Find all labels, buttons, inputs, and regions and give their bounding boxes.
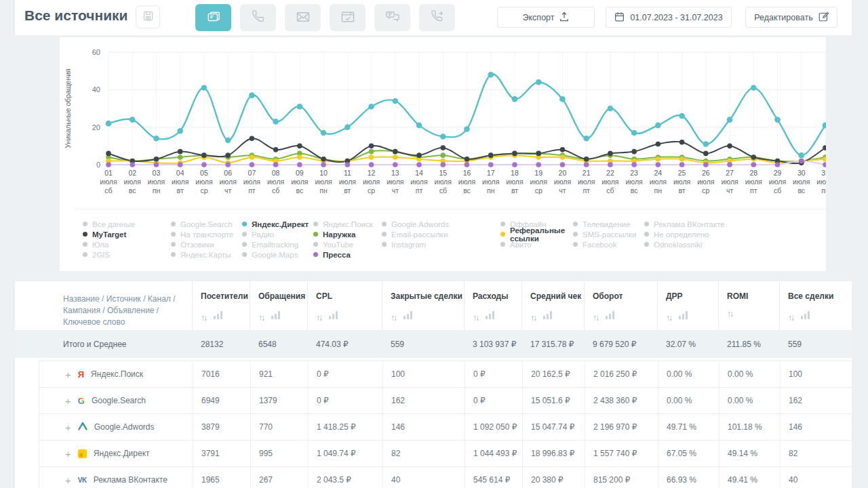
legend-item[interactable]: На транспорте (171, 229, 242, 239)
sort-icon[interactable]: ↑↓ (391, 314, 396, 322)
date-range-button[interactable]: 01.07.2023 - 31.07.2023 (606, 7, 732, 28)
legend-item[interactable]: Яндекс.Директ (242, 219, 313, 229)
legend-item[interactable]: 2GIS (83, 249, 171, 260)
legend-label: Instagram (391, 241, 426, 249)
legend-item[interactable]: Пресса (313, 249, 382, 260)
column-header-label: ДРР (666, 291, 718, 301)
row-cell: 2 196 970 ₽ (585, 414, 658, 440)
save-report-button[interactable] (136, 5, 160, 28)
tab-site-forms[interactable] (330, 4, 366, 31)
legend-item[interactable]: Реклама ВКонтакте (644, 219, 826, 229)
table-rows: +ЯЯндекс.Поиск70169210 ₽1000 ₽20 162.5 ₽… (39, 361, 852, 488)
legend-item[interactable]: Все данные (83, 219, 171, 229)
legend-item[interactable]: Реферальные ссылки (500, 229, 573, 239)
svg-text:31июляпн: 31июляпн (816, 169, 826, 195)
tab-emails[interactable] (285, 4, 321, 31)
tab-all-sources[interactable] (195, 4, 231, 31)
edit-pencil-icon (818, 12, 829, 24)
svg-text:14июляпт: 14июляпт (410, 169, 427, 195)
legend-item[interactable]: SMS-рассылки (573, 229, 644, 239)
row-cell: 2 438 360 ₽ (585, 388, 658, 413)
column-chart-icon[interactable] (486, 310, 495, 322)
edit-button[interactable]: Редактировать (745, 7, 837, 28)
column-chart-icon[interactable] (543, 310, 553, 322)
legend-label: Юла (92, 241, 108, 249)
legend-item[interactable]: Odnoklassniki (644, 239, 826, 249)
legend-item[interactable]: Наружка (313, 229, 382, 239)
row-source-name: Google.Adwords (94, 422, 155, 432)
row-cell: 82 (781, 441, 852, 466)
google-search-icon: G (78, 396, 85, 406)
legend-item[interactable]: MyTarget (83, 229, 171, 239)
legend-label: Авито (510, 241, 532, 249)
sort-icon[interactable]: ↑↓ (201, 314, 206, 322)
legend-item[interactable]: Телевидение (573, 219, 644, 229)
legend-item[interactable]: Emailtracking (242, 239, 313, 249)
legend-item[interactable]: Отзовики (171, 239, 242, 249)
tab-chats[interactable] (374, 4, 410, 31)
legend-item[interactable]: Google.Adwords (382, 219, 500, 229)
legend-dot-icon (171, 252, 176, 257)
legend-label: Google.Adwords (391, 220, 449, 228)
legend-label: Email-рассылки (391, 230, 448, 239)
sort-icon[interactable]: ↑↓ (727, 310, 732, 318)
total-cell: 3 103 937 ₽ (465, 340, 522, 349)
chart-legend: Все данныеMyTargetЮла2GISGoogle.SearchНа… (75, 209, 826, 260)
column-chart-icon[interactable] (403, 310, 413, 322)
legend-item[interactable]: Яндекс.Поиск (313, 219, 382, 229)
sort-icon[interactable]: ↑↓ (593, 314, 598, 322)
row-cell: 15 047.74 ₽ (523, 414, 585, 440)
sort-icon[interactable]: ↑↓ (788, 314, 793, 322)
chat-icon (385, 10, 400, 25)
legend-dot-icon (644, 242, 649, 247)
sort-icon[interactable]: ↑↓ (473, 314, 478, 322)
column-header: Средний чек↑↓ (522, 281, 585, 330)
legend-item[interactable]: Не определено (644, 229, 826, 239)
legend-item[interactable]: Яндекс.Карты (171, 249, 242, 260)
column-chart-icon[interactable] (271, 310, 281, 322)
column-chart-icon[interactable] (801, 310, 810, 322)
expand-row-button[interactable]: + (65, 449, 71, 459)
row-cell: 40 (383, 467, 465, 488)
total-cell: 6548 (250, 340, 308, 349)
row-cell: 267 (251, 467, 309, 488)
export-button[interactable]: Экспорт (497, 7, 595, 28)
legend-dot-icon (573, 222, 578, 226)
total-cell: 559 (780, 340, 852, 349)
expand-row-button[interactable]: + (65, 396, 71, 406)
column-chart-icon[interactable] (329, 310, 338, 322)
legend-item[interactable]: Радио (242, 229, 313, 239)
row-cell: 82 (383, 441, 465, 466)
sort-icon[interactable]: ↑↓ (666, 314, 671, 322)
legend-item[interactable]: Google.Search (171, 219, 242, 229)
edit-label: Редактировать (754, 13, 812, 22)
column-chart-icon[interactable] (606, 310, 615, 322)
floppy-icon (142, 10, 154, 24)
expand-row-button[interactable]: + (65, 475, 71, 485)
column-chart-icon[interactable] (214, 310, 223, 322)
legend-label: Facebook (583, 241, 617, 249)
row-cell: 100 (781, 361, 852, 387)
svg-text:12июляср: 12июляср (363, 169, 380, 195)
expand-row-button[interactable]: + (65, 422, 71, 432)
expand-row-button[interactable]: + (65, 369, 71, 380)
svg-text:09июлявс: 09июлявс (291, 169, 308, 195)
legend-item[interactable]: Facebook (573, 239, 644, 249)
table-row: +Google.Adwords38797701 418.25 ₽1461 092… (39, 414, 852, 441)
legend-item[interactable]: Юла (83, 239, 171, 249)
column-chart-icon[interactable] (679, 310, 688, 322)
legend-item[interactable]: Email-рассылки (382, 229, 500, 239)
tab-callbacks[interactable] (419, 4, 455, 31)
row-cell: 15 051.6 ₽ (523, 388, 585, 413)
legend-item[interactable]: Google.Maps (242, 249, 313, 260)
sort-icon[interactable]: ↑↓ (530, 314, 536, 322)
sort-icon[interactable]: ↑↓ (316, 314, 321, 322)
row-cell: 20 380 ₽ (523, 467, 585, 488)
sort-icon[interactable]: ↑↓ (258, 314, 264, 322)
legend-item[interactable]: Авито (500, 239, 573, 249)
tab-calls[interactable] (240, 4, 276, 31)
legend-label: Реклама ВКонтакте (654, 220, 725, 228)
svg-text:19июляср: 19июляср (530, 169, 547, 195)
legend-item[interactable]: Instagram (382, 239, 500, 249)
legend-item[interactable]: YouTube (313, 239, 382, 249)
